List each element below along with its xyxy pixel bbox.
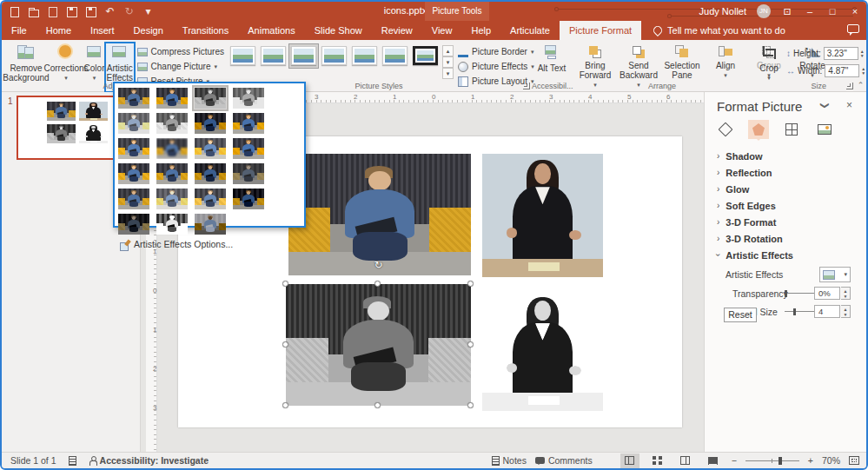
picture-style-3[interactable] <box>289 44 318 68</box>
tab-review[interactable]: Review <box>372 21 422 40</box>
remove-background-button[interactable]: Remove Background <box>3 43 49 83</box>
avatar[interactable]: JN <box>757 4 771 18</box>
artistic-effect-cutout[interactable] <box>117 213 150 235</box>
width-stepper[interactable]: ▲▼ <box>861 67 865 76</box>
pencil-size-stepper[interactable]: ▲▼ <box>841 305 851 318</box>
display-settings-icon[interactable] <box>69 456 76 466</box>
transparency-stepper[interactable]: ▲▼ <box>841 287 851 300</box>
styles-more-icon[interactable]: ▾ <box>442 68 454 79</box>
picture-woman-photo[interactable] <box>482 154 603 277</box>
artistic-effect-cement[interactable] <box>232 162 265 185</box>
picture-man-artistic-selected[interactable] <box>286 284 471 406</box>
corrections-button[interactable]: Corrections▾ <box>49 43 83 83</box>
artistic-effect-mosaic-bubbles[interactable] <box>156 162 189 185</box>
resize-handle[interactable] <box>467 281 474 287</box>
zoom-slider-thumb[interactable] <box>779 457 782 465</box>
artistic-effect-glass[interactable] <box>194 162 227 185</box>
zoom-in-button[interactable]: + <box>808 455 813 466</box>
resize-handle[interactable] <box>467 341 474 348</box>
artistic-effect-pencil-grayscale[interactable] <box>194 87 227 109</box>
picture-style-1[interactable] <box>229 44 257 68</box>
section-reflection[interactable]: ›Reflection <box>705 164 866 181</box>
tab-file[interactable]: File <box>2 21 36 40</box>
tab-home[interactable]: Home <box>36 21 81 40</box>
notes-button[interactable]: Notes <box>492 455 527 466</box>
artistic-effect-line-drawing[interactable] <box>117 112 150 135</box>
zoom-out-button[interactable]: − <box>732 455 737 466</box>
tab-view[interactable]: View <box>422 21 462 40</box>
artistic-effect-photocopy[interactable] <box>156 213 189 235</box>
artistic-effects-options-button[interactable]: Artistic Effects Options... <box>117 239 301 249</box>
reading-view-button[interactable] <box>676 453 695 468</box>
tab-picture-format[interactable]: Picture Format <box>560 21 641 40</box>
section-shadow[interactable]: ›Shadow <box>705 148 866 164</box>
slide-sorter-view-button[interactable] <box>648 453 667 468</box>
section-glow[interactable]: ›Glow <box>705 181 866 197</box>
pane-close-icon[interactable]: × <box>846 99 852 111</box>
picture-style-6[interactable] <box>381 44 409 68</box>
size-properties-tab[interactable] <box>781 120 802 139</box>
artistic-effect-pencil-sketch[interactable] <box>232 87 265 109</box>
alt-text-button[interactable]: Alt Text <box>533 43 570 73</box>
picture-style-7[interactable] <box>411 44 440 68</box>
artistic-effects-section-header[interactable]: ›Artistic Effects <box>705 247 866 263</box>
artistic-effect-glow-edges[interactable] <box>194 213 227 235</box>
picture-effects-button[interactable]: Picture Effects▾ <box>458 60 534 73</box>
section-3-d-rotation[interactable]: ›3-D Rotation <box>705 230 866 247</box>
close-button[interactable]: × <box>849 6 861 17</box>
artistic-effect-crisscross-etching[interactable] <box>156 188 189 210</box>
tab-design[interactable]: Design <box>124 21 173 40</box>
styles-scroll-down-icon[interactable]: ▾ <box>442 56 454 68</box>
transparency-value[interactable]: 0% <box>814 287 840 300</box>
rotate-handle[interactable]: ↻ <box>373 260 384 271</box>
pencil-size-value[interactable]: 4 <box>814 305 840 318</box>
comments-icon[interactable] <box>847 24 859 33</box>
tab-articulate[interactable]: Articulate <box>500 21 560 40</box>
styles-scroll-up-icon[interactable]: ▴ <box>442 45 454 56</box>
artistic-effect-none[interactable] <box>117 87 150 109</box>
resize-handle[interactable] <box>374 402 381 408</box>
pane-collapse-icon[interactable]: ❯ <box>819 102 829 109</box>
picture-tab[interactable] <box>814 120 835 139</box>
resize-handle[interactable] <box>467 402 474 408</box>
size-dialog-launcher-icon[interactable] <box>846 83 853 89</box>
picture-styles-dialog-launcher-icon[interactable] <box>523 83 530 89</box>
artistic-effect-pastels-smooth[interactable] <box>194 188 227 210</box>
slideshow-view-button[interactable] <box>704 453 723 468</box>
effects-tab[interactable] <box>748 120 769 139</box>
ribbon-display-options-icon[interactable]: ⊡ <box>781 6 793 17</box>
change-picture-button[interactable]: Change Picture▾ <box>137 60 224 73</box>
section-soft-edges[interactable]: ›Soft Edges <box>705 197 866 214</box>
artistic-effect-paint-strokes[interactable] <box>194 112 227 135</box>
minimize-button[interactable]: – <box>804 6 816 17</box>
artistic-effect-film-grain[interactable] <box>117 162 150 185</box>
artistic-effect-marker[interactable] <box>156 87 189 109</box>
color-button[interactable]: Color▾ <box>83 43 105 83</box>
picture-style-2[interactable] <box>259 44 288 68</box>
picture-style-4[interactable] <box>320 44 348 68</box>
tab-transitions[interactable]: Transitions <box>173 21 238 40</box>
resize-handle[interactable] <box>282 281 288 287</box>
section-3-d-format[interactable]: ›3-D Format <box>705 214 866 230</box>
picture-woman-sketch[interactable] <box>482 291 603 411</box>
fit-slide-to-window-icon[interactable] <box>849 456 859 465</box>
zoom-level[interactable]: 70% <box>822 455 840 466</box>
resize-handle[interactable] <box>282 341 288 348</box>
tab-slide-show[interactable]: Slide Show <box>305 21 372 40</box>
resize-handle[interactable] <box>374 281 381 287</box>
normal-view-button[interactable] <box>620 453 639 468</box>
picture-style-5[interactable] <box>350 44 379 68</box>
compress-pictures-button[interactable]: Compress Pictures <box>137 45 224 58</box>
collapse-ribbon-icon[interactable]: ⌃ <box>858 81 865 89</box>
height-stepper[interactable]: ▲▼ <box>860 50 865 58</box>
tab-insert[interactable]: Insert <box>81 21 124 40</box>
zoom-slider[interactable] <box>745 456 799 465</box>
fill-line-tab[interactable] <box>715 120 736 139</box>
reset-button[interactable]: Reset <box>724 308 757 322</box>
tab-animations[interactable]: Animations <box>238 21 304 40</box>
artistic-effect-watercolor-sponge[interactable] <box>232 137 265 160</box>
picture-border-button[interactable]: Picture Border▾ <box>458 45 534 58</box>
artistic-effect-plastic-wrap[interactable] <box>232 188 265 210</box>
artistic-effect-paint-brush[interactable] <box>232 112 265 135</box>
pencil-size-slider[interactable] <box>785 311 818 312</box>
